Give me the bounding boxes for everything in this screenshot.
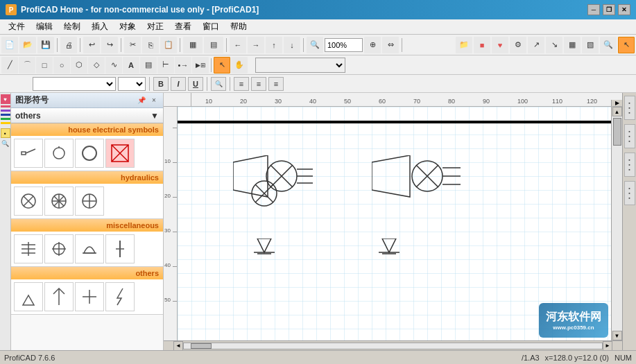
menu-edit[interactable]: 编辑	[31, 19, 58, 34]
font-name-select[interactable]	[33, 77, 116, 91]
draw-node[interactable]: •→	[175, 57, 191, 73]
color-swatch5[interactable]	[1, 122, 10, 124]
menu-align[interactable]: 对正	[141, 19, 169, 34]
draw-dimension[interactable]: ⊢	[157, 57, 174, 73]
menu-file[interactable]: 文件	[3, 19, 31, 34]
align-center-btn[interactable]: ≡	[251, 77, 266, 91]
undo-button[interactable]: ↩	[83, 37, 100, 53]
underline-button[interactable]: U	[188, 77, 203, 91]
view-btn6[interactable]: ↘	[546, 37, 562, 53]
menu-draw[interactable]: 绘制	[58, 19, 86, 34]
menu-object[interactable]: 对象	[114, 19, 141, 34]
palette-icon[interactable]: ▪	[1, 128, 10, 138]
menu-help[interactable]: 帮助	[225, 19, 252, 34]
symbol-dome[interactable]	[75, 234, 104, 263]
draw-rect[interactable]: □	[36, 57, 53, 73]
align-right-btn[interactable]: ≡	[268, 77, 284, 91]
menu-view[interactable]: 查看	[169, 19, 197, 34]
symbol-scroll-area[interactable]: house electrical symbols	[11, 123, 163, 350]
panel-pin-button[interactable]: 📌	[137, 96, 146, 105]
scroll-down-btn[interactable]: ▼	[612, 331, 622, 340]
symbol-plus[interactable]	[75, 282, 104, 311]
symbol-lib-button[interactable]: ▦	[183, 37, 203, 53]
draw-arc[interactable]: ⌒	[19, 57, 35, 73]
close-button[interactable]: ✕	[618, 4, 630, 15]
arrow-btn3[interactable]: ↑	[266, 37, 282, 53]
menu-insert[interactable]: 插入	[86, 19, 114, 34]
view-btn8[interactable]: ▧	[582, 37, 599, 53]
symbol-lightning[interactable]	[105, 282, 135, 311]
arrow-btn2[interactable]: →	[248, 37, 264, 53]
cut-button[interactable]: ✂	[124, 37, 141, 53]
draw-text[interactable]: A	[123, 57, 139, 73]
symbol-circle-lines[interactable]	[44, 234, 74, 263]
new-button[interactable]: 📄	[1, 37, 18, 53]
category-title-hydraulics[interactable]: hydraulics	[11, 171, 163, 184]
category-title-house[interactable]: house electrical symbols	[11, 123, 163, 136]
symbol-circle-x1[interactable]	[14, 187, 43, 216]
view-btn2[interactable]: ■	[474, 37, 490, 53]
symbol-arrow-up[interactable]	[44, 282, 74, 311]
symbol-triangle-left[interactable]	[14, 282, 43, 311]
zoom-percent-btn[interactable]: 🔍	[211, 77, 226, 91]
panel-close-button[interactable]: ×	[149, 96, 159, 105]
save-button[interactable]: 💾	[37, 37, 54, 53]
right-panel-btn1[interactable]: ▪▪▪	[624, 96, 635, 120]
arrow-btn4[interactable]: ↓	[284, 37, 300, 53]
symbol-lib-button2[interactable]: ▤	[204, 37, 223, 53]
view-btn9[interactable]: 🔍	[600, 37, 617, 53]
minimize-button[interactable]: ─	[587, 4, 600, 15]
view-btn4[interactable]: ⚙	[510, 37, 526, 53]
symbol-motor[interactable]	[105, 139, 135, 168]
view-btn5[interactable]: ↗	[528, 37, 544, 53]
scroll-left-btn[interactable]: ◄	[173, 341, 183, 351]
symbol-outlet[interactable]	[44, 139, 74, 168]
layer-select[interactable]	[255, 58, 345, 73]
category-dropdown[interactable]: others ▼	[11, 108, 163, 123]
print-button[interactable]: 🖨	[60, 37, 77, 53]
draw-ellipse[interactable]: ○	[53, 57, 70, 73]
paste-button[interactable]: 📋	[160, 37, 177, 53]
color-swatch3[interactable]	[1, 114, 10, 116]
view-btn1[interactable]: 📁	[456, 37, 472, 53]
draw-poly[interactable]: ⬡	[71, 57, 87, 73]
zoom-input[interactable]: 100%	[325, 38, 363, 52]
symbol-asterisk1[interactable]	[44, 187, 74, 216]
cursor-btn[interactable]: ↖	[618, 37, 635, 53]
scroll-up-btn[interactable]: ▲	[612, 107, 622, 116]
draw-poly2[interactable]: ◇	[88, 57, 105, 73]
color-swatch2[interactable]	[1, 110, 10, 112]
arrow-btn[interactable]: ←	[230, 37, 246, 53]
scroll-thumb-v[interactable]	[613, 118, 621, 146]
right-panel-btn2[interactable]: ▪▪▪	[624, 124, 635, 148]
zoom-out-btn[interactable]: ⇔	[382, 37, 399, 53]
menu-window[interactable]: 窗口	[197, 19, 225, 34]
view-btn7[interactable]: ▦	[564, 37, 581, 53]
v-scrollbar[interactable]: ▲ ▼	[611, 107, 622, 340]
color-swatch1[interactable]	[1, 105, 10, 107]
category-title-misc[interactable]: miscellaneous	[11, 219, 163, 232]
ruler-scroll-btn[interactable]: ▶	[611, 100, 622, 106]
draw-bezier[interactable]: ∿	[105, 57, 122, 73]
font-size-select[interactable]	[118, 77, 146, 91]
bold-button[interactable]: B	[153, 77, 169, 91]
draw-special[interactable]: ▶⊞	[192, 57, 209, 73]
italic-button[interactable]: I	[171, 77, 186, 91]
view-btn3[interactable]: ♥	[492, 37, 508, 53]
category-title-others[interactable]: others	[11, 267, 163, 279]
right-panel-btn4[interactable]: ▪▪▪	[624, 181, 635, 205]
h-scroll-thumb[interactable]	[191, 343, 212, 349]
drawing-area[interactable]: 河东软件网 www.pc0359.cn	[178, 107, 611, 340]
select-btn[interactable]: ↖	[214, 57, 230, 73]
heart-icon[interactable]: ♥	[1, 94, 10, 104]
search-icon[interactable]: 🔍	[1, 139, 10, 148]
draw-line[interactable]: ╱	[1, 57, 18, 73]
redo-button[interactable]: ↪	[101, 37, 118, 53]
symbol-triple-bar[interactable]	[14, 234, 43, 263]
open-button[interactable]: 📂	[19, 37, 36, 53]
symbol-switch[interactable]	[14, 139, 43, 168]
symbol-vertical-line[interactable]	[105, 234, 135, 263]
symbol-cross-circle1[interactable]	[75, 187, 104, 216]
align-left-btn[interactable]: ≡	[234, 77, 249, 91]
zoom-btn[interactable]: 🔍	[307, 37, 323, 53]
